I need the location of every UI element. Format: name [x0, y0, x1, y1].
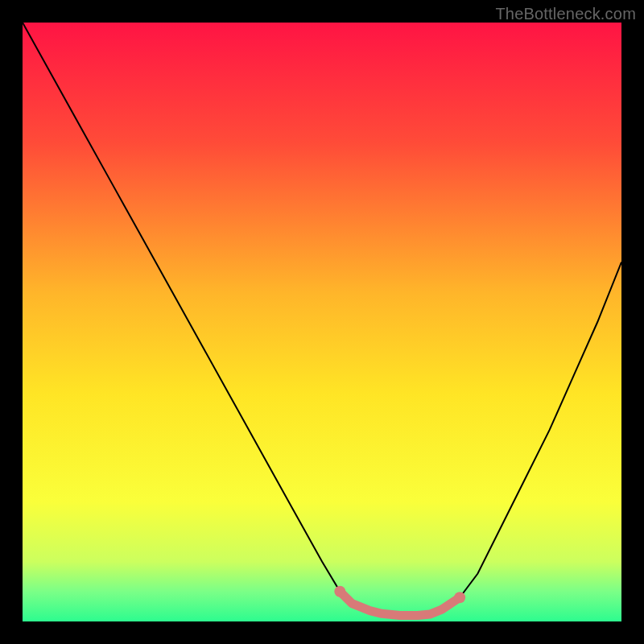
- optimal-range-end-dot: [454, 592, 465, 603]
- optimal-range-start-dot: [334, 586, 345, 597]
- plot-area: [23, 23, 621, 621]
- chart-frame: TheBottleneck.com: [0, 0, 644, 644]
- watermark-label: TheBottleneck.com: [495, 5, 636, 23]
- gradient-background: [23, 23, 621, 621]
- chart-svg: [23, 23, 621, 621]
